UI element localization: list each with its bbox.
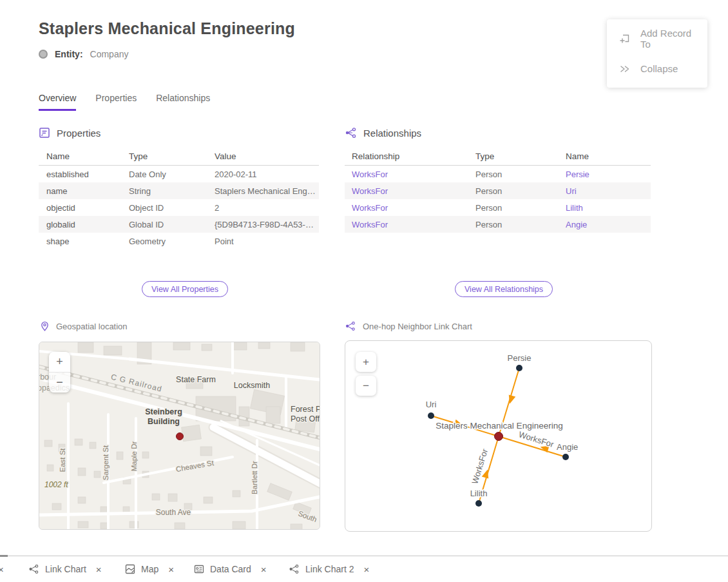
edge-label-worksfor: WorksFor (517, 429, 555, 449)
link-chart-canvas: WorksFor WorksFor Staplers Mechanical En… (345, 341, 651, 531)
close-icon[interactable]: × (168, 565, 174, 574)
map-label-forest-park-1: Forest Par (291, 405, 320, 414)
map-label-steinberg-2: Building (148, 417, 180, 426)
tab-map[interactable]: Map × (125, 556, 174, 582)
entity-label: Entity: (55, 49, 83, 59)
node-persie[interactable] (516, 365, 522, 371)
map-pin-icon (40, 321, 50, 332)
close-icon[interactable]: × (0, 565, 4, 574)
table-row: objectid Object ID 2 (39, 199, 319, 216)
menu-item-collapse[interactable]: Collapse (607, 53, 707, 84)
map-zoom-control: + − (49, 352, 70, 393)
link-chart-icon (28, 564, 39, 574)
entity-type-value: Company (90, 49, 129, 59)
zoom-out-button[interactable]: − (356, 376, 376, 396)
map-label-state-farm: State Farm (176, 375, 216, 384)
properties-section-title: Properties (57, 128, 101, 139)
table-row: established Date Only 2020-02-11 (39, 166, 319, 182)
map-label-sargent-st: Sargent St (102, 445, 110, 480)
collapse-icon (619, 63, 631, 75)
table-row: WorksFor Person Uri (345, 182, 651, 199)
map-label-forest-park-2: Post Offic (291, 414, 320, 423)
table-row: WorksFor Person Persie (345, 166, 651, 182)
link-chart-icon (289, 564, 300, 574)
edge-label-worksfor: WorksFor (470, 447, 490, 485)
close-icon[interactable]: × (363, 565, 369, 574)
tab-relationships[interactable]: Relationships (156, 93, 210, 111)
node-angie[interactable] (562, 454, 569, 460)
col-header-name: Name (39, 151, 129, 161)
relationship-link[interactable]: WorksFor (352, 170, 388, 179)
relationships-section-header: Relationships (345, 127, 421, 139)
relationships-table: Relationship Type Name WorksFor Person P… (345, 148, 651, 233)
node-label-uri: Uri (426, 400, 437, 409)
map-label-locksmith: Locksmith (234, 381, 270, 390)
tab-link-chart[interactable]: Link Chart × (28, 556, 102, 582)
close-icon[interactable]: × (96, 565, 102, 574)
table-row: globalid Global ID {5D9B4713-F98D-4A53-… (39, 216, 319, 233)
map-label-maple-dr: Maple Dr (130, 441, 138, 472)
relationship-link[interactable]: WorksFor (352, 186, 388, 196)
entity-type-icon (39, 50, 48, 59)
zoom-out-button[interactable]: − (49, 372, 70, 393)
map-label-steinberg-1: Steinberg (145, 407, 182, 416)
properties-table-header: Name Type Value (39, 148, 319, 166)
tab-label: Map (141, 564, 158, 574)
properties-icon (39, 127, 50, 139)
context-menu: Add Record To Collapse (607, 19, 707, 88)
entity-link[interactable]: Lilith (566, 203, 583, 213)
link-chart-zoom-control: + − (356, 352, 376, 396)
node-uri[interactable] (428, 412, 434, 419)
col-header-value: Value (215, 151, 319, 161)
view-all-relationships-button[interactable]: View All Relationships (455, 281, 553, 297)
table-row: WorksFor Person Lilith (345, 199, 651, 216)
tab-truncated: × (0, 556, 4, 582)
col-header-name: Name (566, 151, 651, 161)
map-icon (125, 564, 135, 574)
map-label-bartlett-dr: Bartlett Dr (251, 461, 258, 494)
table-row: name String Staplers Mechanical Eng… (39, 182, 319, 199)
col-header-type: Type (129, 151, 215, 161)
entity-link[interactable]: Persie (566, 170, 589, 179)
center-node-label: Staplers Mechanical Engineering (436, 421, 562, 431)
tab-label: Link Chart 2 (305, 564, 354, 574)
geospatial-section-header: Geospatial location (40, 321, 128, 332)
view-all-properties-button[interactable]: View All Properties (142, 281, 228, 297)
link-chart-nodes[interactable] (428, 365, 569, 507)
page-title: Staplers Mechanical Engineering (39, 19, 295, 38)
menu-item-label: Add Record To (640, 28, 695, 50)
relationship-link[interactable]: WorksFor (352, 220, 388, 229)
node-lilith[interactable] (475, 500, 482, 507)
table-row: WorksFor Person Angie (345, 216, 651, 233)
menu-item-add-record-to[interactable]: Add Record To (607, 23, 707, 53)
add-record-icon (619, 33, 631, 44)
tab-data-card[interactable]: Data Card × (194, 556, 267, 582)
tab-label: Data Card (210, 564, 251, 574)
tab-properties[interactable]: Properties (95, 93, 137, 111)
node-label-lilith: Lilith (470, 489, 488, 498)
bottom-tab-bar: × Link Chart × Map × Data Card × (0, 556, 728, 582)
tab-label: Link Chart (45, 564, 86, 574)
node-center[interactable] (495, 432, 503, 441)
map-view[interactable]: C G Railroad State Farm Locksmith Forest… (39, 342, 320, 530)
properties-section-header: Properties (39, 127, 101, 139)
link-chart-section-title: One-hop Neighbor Link Chart (363, 322, 472, 331)
zoom-in-button[interactable]: + (49, 352, 70, 372)
zoom-in-button[interactable]: + (356, 352, 376, 372)
properties-table: Name Type Value established Date Only 20… (39, 148, 319, 249)
col-header-relationship: Relationship (345, 151, 475, 161)
link-chart-view[interactable]: WorksFor WorksFor Staplers Mechanical En… (345, 340, 652, 532)
map-label-east-st: East St (59, 448, 66, 472)
entity-link[interactable]: Angie (566, 220, 587, 229)
map-point-marker[interactable] (177, 433, 184, 440)
data-card-icon (194, 564, 204, 574)
tab-link-chart-2[interactable]: Link Chart 2 × (289, 556, 369, 582)
col-header-type: Type (475, 151, 566, 161)
link-chart-icon (345, 321, 356, 331)
close-icon[interactable]: × (261, 565, 267, 574)
node-label-persie: Persie (508, 353, 532, 363)
tab-overview[interactable]: Overview (39, 93, 76, 111)
entity-link[interactable]: Uri (566, 186, 577, 196)
relationship-link[interactable]: WorksFor (352, 203, 388, 213)
menu-item-label: Collapse (640, 63, 678, 74)
